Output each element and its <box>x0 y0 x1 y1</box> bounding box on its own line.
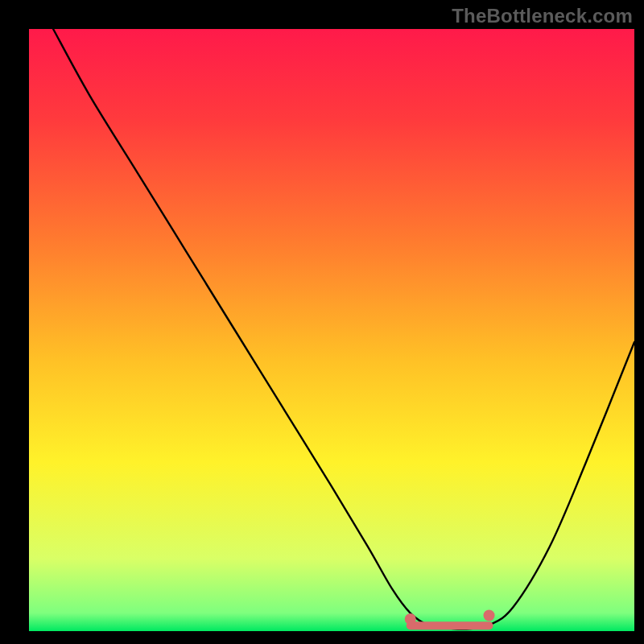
plot-background <box>29 29 634 631</box>
bottleneck-chart <box>0 0 644 644</box>
flat-zone-dot-right <box>484 610 495 621</box>
flat-zone-dot-left <box>405 613 416 625</box>
watermark-text: TheBottleneck.com <box>452 5 633 27</box>
chart-container: TheBottleneck.com <box>0 0 644 644</box>
